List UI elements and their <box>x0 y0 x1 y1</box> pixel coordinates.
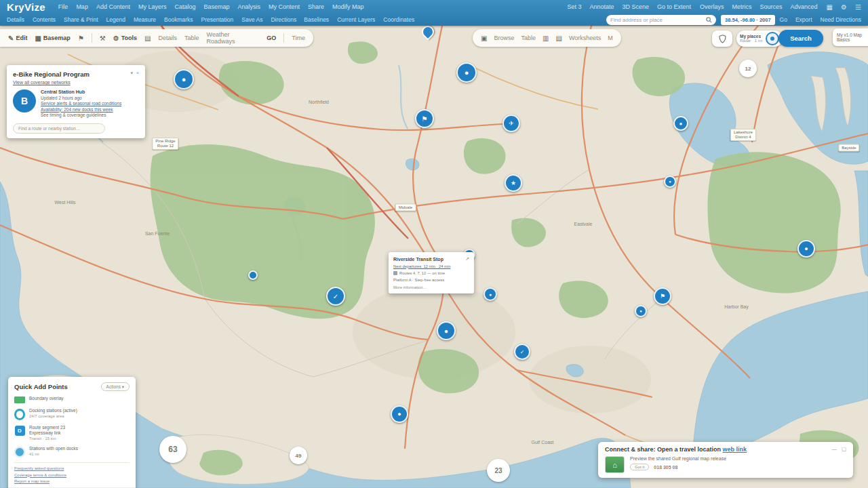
map-marker[interactable]: ● <box>391 405 408 423</box>
legend-link[interactable]: Coverage terms & conditions <box>14 473 130 477</box>
nav-item[interactable]: Modify Map <box>332 3 364 10</box>
nav-item[interactable]: Map <box>76 3 88 10</box>
cluster-badge[interactable]: 63 <box>159 436 186 463</box>
locate-icon[interactable] <box>766 32 779 45</box>
nav-item[interactable]: File <box>58 3 68 10</box>
secondary-nav-item[interactable]: Legend <box>106 16 125 23</box>
map-marker[interactable]: ● <box>673 116 688 131</box>
secondary-control-item[interactable]: Coordinates <box>383 16 414 23</box>
header-action[interactable]: Go <box>780 16 787 23</box>
notification-title-link[interactable]: web link <box>723 446 747 453</box>
apps-grid-icon[interactable]: ▦ <box>827 3 833 11</box>
side-tab[interactable]: My v1.0 Map Basics <box>833 28 868 46</box>
list-icon[interactable]: ▤ <box>555 35 561 42</box>
secondary-nav-item[interactable]: Presentation <box>201 16 234 23</box>
menu-icon[interactable]: ☰ <box>855 3 861 11</box>
legend-row[interactable]: Stations with open docks41 mi <box>14 446 130 458</box>
toolbar-button-time[interactable]: Time <box>292 35 305 41</box>
toolbar-button-details[interactable]: Details <box>159 35 178 41</box>
secondary-nav-item[interactable]: Directions <box>271 16 296 23</box>
header-link[interactable]: Sources <box>760 3 783 10</box>
cluster-badge[interactable]: 49 <box>290 447 307 464</box>
map-marker[interactable] <box>248 270 258 280</box>
locate-control[interactable]: My places Radar · 1 mi <box>736 30 783 47</box>
close-icon[interactable]: × <box>136 70 139 76</box>
map-marker[interactable]: ● <box>174 69 194 89</box>
toolbar-button-tools[interactable]: ⚙Tools <box>113 35 137 42</box>
shield-button[interactable] <box>712 30 732 47</box>
map-marker[interactable]: ✈ <box>502 115 520 132</box>
flag-pin-icon[interactable]: ⚑ <box>78 35 84 42</box>
chart-icon[interactable]: ▥ <box>542 35 549 42</box>
map-search-button[interactable]: Search <box>778 30 823 47</box>
cluster-badge[interactable]: 12 <box>739 60 757 77</box>
map-marker[interactable]: ★ <box>505 174 522 192</box>
legend-row[interactable]: Docking stations (active)24/7 coverage a… <box>14 408 130 420</box>
map-marker[interactable]: ✓ <box>326 287 345 306</box>
basket-icon[interactable]: ▣ <box>481 35 487 42</box>
nav-item[interactable]: My Content <box>269 3 300 10</box>
view-control-item[interactable]: Annotate <box>589 3 614 10</box>
map-marker[interactable]: ● <box>437 321 456 340</box>
secondary-nav-item[interactable]: Contents <box>33 16 56 23</box>
view-control-item[interactable]: Go to Extent <box>657 3 691 10</box>
toolbar-button-browse[interactable]: Browse <box>494 35 514 41</box>
legend-row[interactable]: DRoute segment 23Expressway linkTransit … <box>14 425 130 441</box>
secondary-nav-item[interactable]: Bookmarks <box>164 16 193 23</box>
view-control-item[interactable]: Set 3 <box>567 3 581 10</box>
header-link[interactable]: Advanced <box>791 3 818 10</box>
region-card-link[interactable]: View all coverage networks <box>13 80 139 85</box>
legend-link[interactable]: Report a map issue <box>14 479 130 483</box>
legend-row[interactable]: Boundary overlay <box>14 396 130 403</box>
station-search-input[interactable]: Find a route or nearby station… <box>13 123 105 134</box>
toolbar-button-basemap[interactable]: ▦Basemap <box>35 35 70 42</box>
secondary-control-item[interactable]: Baselines <box>304 16 329 23</box>
cluster-badge[interactable]: 23 <box>487 459 510 482</box>
secondary-nav-item[interactable]: Share & Print <box>64 16 98 23</box>
search-input[interactable]: Find address or place <box>606 15 716 25</box>
open-external-icon[interactable]: ↗ <box>465 256 469 262</box>
map-marker[interactable]: ● <box>797 240 815 258</box>
toolbar-button-edit[interactable]: ✎Edit <box>8 35 27 42</box>
alerts-link[interactable]: Service alerts & seasonal road condition… <box>41 101 121 107</box>
legend-link[interactable]: Frequently asked questions <box>14 466 130 470</box>
nav-item[interactable]: Analysis <box>238 3 261 10</box>
header-link[interactable]: Overlays <box>700 3 724 10</box>
toolbar-button-go[interactable]: GO <box>267 35 276 41</box>
header-action[interactable]: Export <box>795 16 812 23</box>
secondary-nav-item[interactable]: Save As <box>241 16 262 23</box>
got-it-button[interactable]: Got it <box>630 464 649 470</box>
layers-icon[interactable]: ▤ <box>144 35 151 42</box>
map-marker[interactable]: ✓ <box>514 344 530 360</box>
map-marker[interactable]: ● <box>456 62 477 83</box>
collapse-icon[interactable]: ▾ <box>130 70 133 76</box>
toolbar-button-table[interactable]: Table <box>184 35 199 41</box>
toolbar-button-worksheets[interactable]: Worksheets <box>569 35 601 41</box>
search-icon[interactable] <box>706 17 712 23</box>
map-marker[interactable]: ⚑ <box>654 287 671 305</box>
tools-icon[interactable]: ⚒ <box>100 35 106 42</box>
nav-item[interactable]: Add Content <box>96 3 130 10</box>
secondary-control-item[interactable]: Current Layers <box>337 16 375 23</box>
secondary-nav-item[interactable]: Details <box>7 16 24 23</box>
nav-item[interactable]: Catalog <box>174 3 195 10</box>
program-avatar[interactable]: B <box>13 89 36 113</box>
nav-item[interactable]: My Layers <box>138 3 167 10</box>
legend-actions-button[interactable]: Actions ▾ <box>101 382 130 391</box>
expand-icon[interactable]: ▢ <box>842 446 846 452</box>
departures-line[interactable]: Next departures: 12 min · 24 min <box>393 264 469 269</box>
map-thumbnail[interactable]: ⌂ <box>605 456 625 473</box>
nav-item[interactable]: Share <box>308 3 324 10</box>
toolbar-button-weather-roadways[interactable]: Weather Roadways <box>207 31 260 45</box>
secondary-nav-item[interactable]: Measure <box>134 16 156 23</box>
gear-icon[interactable]: ⚙ <box>841 3 847 11</box>
map-marker[interactable]: ● <box>484 287 497 301</box>
availability-link[interactable]: Availability: 204 new docks this week <box>41 107 121 113</box>
toolbar-button-table[interactable]: Table <box>521 35 536 41</box>
map-marker[interactable]: ● <box>664 176 676 188</box>
minimize-icon[interactable]: — <box>831 446 837 452</box>
header-link[interactable]: Metrics <box>732 3 752 10</box>
map-marker[interactable]: ⚑ <box>415 109 434 128</box>
header-action[interactable]: Need Directions <box>821 16 861 23</box>
map-marker[interactable]: ● <box>635 305 647 317</box>
